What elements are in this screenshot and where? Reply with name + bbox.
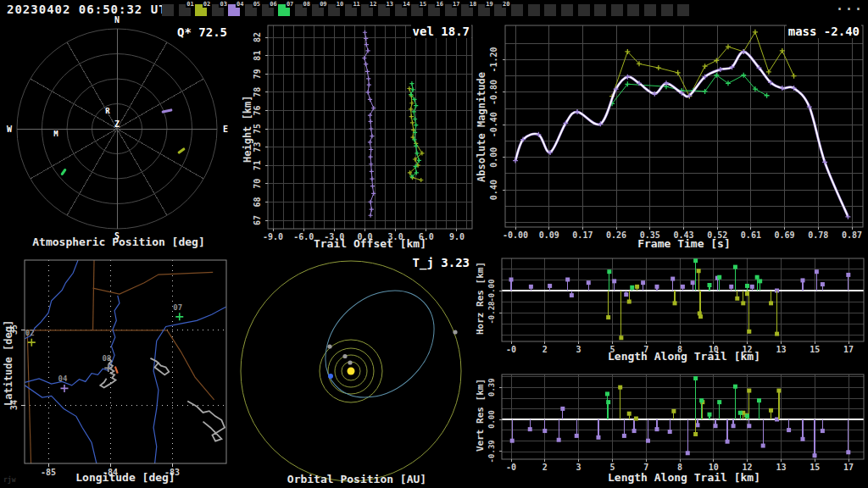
station-indicator-05[interactable]: 05 — [245, 4, 257, 16]
station-indicator[interactable] — [162, 4, 174, 16]
sky-plot-title: Atmospheric Position [deg] — [0, 236, 237, 248]
watermark: rjw — [3, 476, 15, 484]
ground-map[interactable]: -85-84-833534 — [9, 260, 226, 477]
svg-text:N: N — [114, 15, 120, 25]
map-layers — [19, 260, 226, 463]
station-number: 14 — [402, 1, 410, 8]
station-number: 08 — [303, 1, 311, 8]
station-indicator[interactable] — [594, 4, 606, 16]
sun-dot — [348, 368, 355, 375]
station-indicator-19[interactable]: 19 — [478, 4, 490, 16]
latitude-axis-label: Latitude [deg] — [3, 283, 14, 442]
svg-text:-0.00: -0.00 — [487, 279, 496, 302]
svg-text:81: 81 — [253, 51, 262, 61]
tisserand-readout: T_j 3.23 — [411, 256, 471, 269]
svg-text:M: M — [53, 130, 58, 138]
station-indicator-02[interactable]: 02 — [195, 4, 207, 16]
station-indicator-14[interactable]: 14 — [395, 4, 407, 16]
svg-text:-0.28: -0.28 — [487, 301, 496, 324]
frame-time-title: Frame Time [s] — [505, 237, 863, 250]
svg-text:75: 75 — [253, 124, 262, 134]
station-number: 02 — [203, 1, 211, 8]
station-indicator-17[interactable]: 17 — [445, 4, 457, 16]
station-indicator[interactable] — [627, 4, 639, 16]
q-readout: Q* 72.5 — [175, 25, 229, 39]
station-indicator-11[interactable]: 11 — [345, 4, 357, 16]
station-indicator[interactable] — [644, 4, 656, 16]
station-indicator-03[interactable]: 03 — [212, 4, 224, 16]
light-curve-plot[interactable]: -0.000.090.170.260.350.430.520.610.690.7… — [489, 25, 863, 240]
station-indicator[interactable] — [578, 4, 590, 16]
station-number: 06 — [269, 1, 277, 8]
svg-text:0.00: 0.00 — [489, 147, 498, 168]
svg-text:0.40: 0.40 — [489, 180, 498, 200]
vert-res-x-title: Length Along Trail [km] — [505, 471, 863, 484]
station-indicator-10[interactable]: 10 — [328, 4, 340, 16]
vert_res-plot[interactable]: -02357810121315170.390.00-0.39 — [487, 374, 864, 472]
station-number: 17 — [452, 1, 460, 8]
svg-text:04: 04 — [58, 374, 68, 383]
station-indicator-04[interactable]: 04 — [228, 4, 240, 16]
svg-text:E: E — [223, 125, 228, 134]
svg-text:08: 08 — [102, 354, 111, 363]
station-indicator-08[interactable]: 08 — [295, 4, 307, 16]
station-number: 03 — [219, 1, 227, 8]
magnitude-axis-label: Absolute Magnitude — [476, 44, 487, 210]
station-indicator-18[interactable]: 18 — [461, 4, 473, 16]
station-indicator[interactable] — [611, 4, 623, 16]
svg-text:-1.20: -1.20 — [489, 47, 498, 72]
station-indicator-09[interactable]: 09 — [312, 4, 324, 16]
station-number: 19 — [485, 1, 493, 8]
map-station-07: 07 — [173, 303, 183, 321]
station-number: 05 — [253, 1, 261, 8]
sky-plot[interactable]: NESWZRM — [7, 15, 228, 241]
horz_res-plot[interactable]: -0235781012131517-0.00-0.28 — [487, 258, 864, 354]
station-number: 04 — [236, 1, 244, 8]
svg-text:-0.80: -0.80 — [489, 80, 498, 105]
planet-dot — [342, 354, 347, 358]
station-number: 09 — [319, 1, 327, 8]
meteor-orbit-ellipse — [304, 269, 456, 419]
station-indicator-06[interactable]: 06 — [262, 4, 274, 16]
station-indicator-15[interactable]: 15 — [411, 4, 423, 16]
station-number: 12 — [369, 1, 377, 8]
station-indicator-07[interactable]: 07 — [278, 4, 290, 16]
planet-dot — [348, 360, 352, 364]
station-indicator[interactable] — [677, 4, 689, 16]
station-indicator-20[interactable]: 20 — [494, 4, 506, 16]
svg-text:68: 68 — [253, 197, 262, 207]
station-indicator[interactable] — [661, 4, 673, 16]
velocity-readout: vel 18.7 — [411, 25, 471, 38]
station-indicator-01[interactable]: 01 — [179, 4, 191, 16]
lightcurve-series-02 — [609, 30, 796, 99]
station-indicator-13[interactable]: 13 — [378, 4, 390, 16]
svg-text:R: R — [105, 107, 110, 115]
orbit-title: Orbital Position [AU] — [238, 473, 476, 485]
mass-readout: mass -2.40 — [787, 25, 861, 38]
overflow-menu[interactable]: ... — [836, 0, 864, 14]
meteor-streak-02 — [177, 147, 186, 154]
station-indicator[interactable] — [561, 4, 573, 16]
svg-text:07: 07 — [173, 303, 182, 312]
svg-text:67: 67 — [253, 215, 262, 225]
trail-offset-title: Trail Offset [km] — [268, 237, 472, 250]
svg-text:70: 70 — [253, 179, 262, 189]
planet-dot — [453, 330, 457, 334]
meteor-analysis-window: NESWZRM-9.0-6.0-3.00.03.06.09.0828179787… — [0, 0, 868, 488]
station-number: 01 — [186, 1, 194, 8]
station-number: 11 — [352, 1, 360, 8]
vert-res-axis-label: Vert Res [km] — [475, 368, 486, 463]
earth-dot — [328, 374, 333, 379]
station-number: 20 — [502, 1, 510, 8]
orbit-plot[interactable] — [241, 261, 461, 481]
station-number: 15 — [419, 1, 427, 8]
svg-text:02: 02 — [25, 329, 35, 337]
longitude-title: Longitude [deg] — [25, 471, 226, 484]
station-indicator[interactable] — [511, 4, 523, 16]
height-axis-label: Height [km] — [242, 49, 253, 208]
station-indicator[interactable] — [528, 4, 540, 16]
svg-text:71: 71 — [253, 160, 262, 170]
station-indicator-12[interactable]: 12 — [361, 4, 373, 16]
station-indicator[interactable] — [544, 4, 556, 16]
station-indicator-16[interactable]: 16 — [428, 4, 440, 16]
